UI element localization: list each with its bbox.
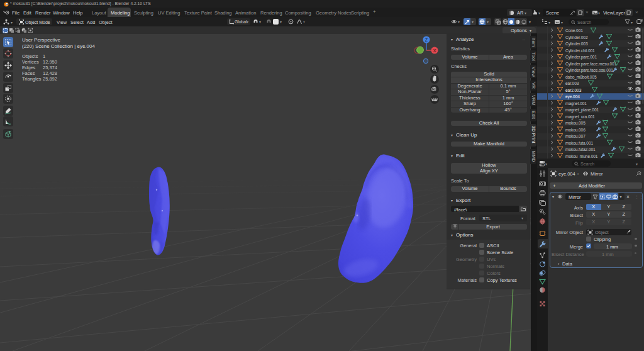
- svg-text:mokou.futa.001: mokou.futa.001: [565, 141, 593, 145]
- svg-text:Cylinder.chil.001: Cylinder.chil.001: [565, 48, 595, 53]
- svg-text:eye.004: eye.004: [565, 94, 580, 99]
- svg-text:ear.003: ear.003: [565, 81, 579, 86]
- svg-text:mokou.007: mokou.007: [565, 134, 586, 138]
- svg-text:mokou_mune.001: mokou_mune.001: [565, 154, 598, 159]
- svg-text:X: X: [433, 48, 436, 53]
- svg-text:mokou.futa2.001: mokou.futa2.001: [565, 147, 596, 152]
- svg-text:magnet_plane.001: magnet_plane.001: [565, 108, 599, 113]
- svg-text:Cylinder.002: Cylinder.002: [565, 35, 588, 40]
- svg-text:ear2.003: ear2.003: [565, 88, 582, 92]
- svg-text:Cylinder.003: Cylinder.003: [565, 42, 588, 47]
- svg-text:mokou.005: mokou.005: [565, 121, 586, 125]
- svg-text:Cone.001: Cone.001: [565, 28, 583, 33]
- svg-text:Cylinder.pare.face.osu.001: Cylinder.pare.face.osu.001: [565, 68, 613, 73]
- svg-text:Z: Z: [425, 38, 428, 42]
- svg-text:mokou.006: mokou.006: [565, 128, 586, 132]
- svg-text:Cylinder.pare.001: Cylinder.pare.001: [565, 55, 597, 60]
- svg-text:magnet_ura.001: magnet_ura.001: [565, 114, 595, 120]
- svg-text:Cylinder.pare.face.mesu.001: Cylinder.pare.face.mesu.001: [565, 62, 617, 67]
- svg-text:dabo_m8bolt.005: dabo_m8bolt.005: [565, 75, 597, 80]
- svg-text:magnet.001: magnet.001: [565, 101, 587, 106]
